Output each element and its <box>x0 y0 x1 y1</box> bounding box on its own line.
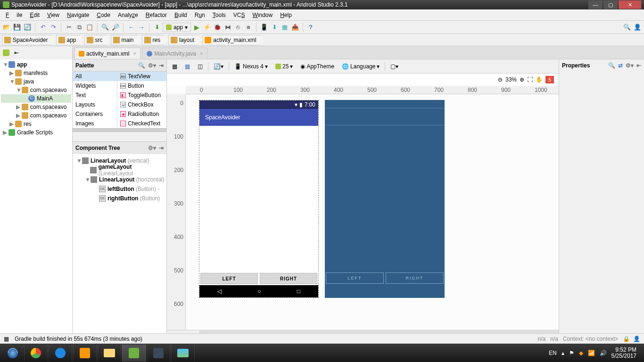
find-icon[interactable]: 🔍 <box>100 23 110 32</box>
menu-code[interactable]: Code <box>93 11 114 19</box>
tree-item[interactable]: ▼app <box>1 60 71 69</box>
replace-icon[interactable]: 🔎 <box>111 23 120 32</box>
search-icon[interactable]: 🔍 <box>608 62 615 69</box>
zoom-fit-icon[interactable]: ⛶ <box>527 76 533 83</box>
editor-tab-mainactivity[interactable]: MainActivity.java × <box>142 48 207 59</box>
menu-build[interactable]: Build <box>171 11 191 19</box>
tree-item[interactable]: ▶com.spaceavo <box>1 103 71 111</box>
run-config-combo[interactable]: app ▾ <box>163 23 191 32</box>
tree-item[interactable]: ▶Gradle Scripts <box>1 128 71 137</box>
sdk-manager-icon[interactable]: ⬇ <box>270 23 279 32</box>
undo-icon[interactable]: ↶ <box>38 23 48 32</box>
taskbar-photos[interactable] <box>171 345 195 362</box>
zoom-in-icon[interactable]: ⊕ <box>520 76 524 83</box>
help-icon[interactable]: ? <box>306 23 315 32</box>
pan-icon[interactable]: ✋ <box>536 76 543 83</box>
breadcrumb-item[interactable]: main <box>111 35 138 45</box>
device-preview[interactable]: ▾ ▮ 7:00 SpaceAvoider LEFT RIGHT <box>199 100 319 298</box>
right-button[interactable]: RIGHT <box>260 273 317 284</box>
palette-item[interactable]: ◉RadioButton <box>117 109 166 119</box>
taskbar-clock[interactable]: 9:52 PM 5/25/2017 <box>611 347 636 359</box>
breadcrumb-item[interactable]: app <box>56 35 81 45</box>
profile-icon[interactable]: ⧓ <box>223 23 232 32</box>
device-file-explorer-icon[interactable]: 📤 <box>290 23 300 32</box>
blueprint-preview[interactable]: LEFT RIGHT <box>325 100 445 298</box>
menu-tools[interactable]: Tools <box>209 11 230 19</box>
copy-icon[interactable]: ⧉ <box>74 23 84 32</box>
forward-icon[interactable]: → <box>137 23 146 32</box>
palette-item[interactable]: OKButton <box>117 81 166 90</box>
avast-icon[interactable]: ◆ <box>579 350 583 356</box>
taskbar-explorer[interactable] <box>98 345 121 362</box>
theme-combo[interactable]: ◉AppTheme <box>298 61 337 72</box>
maximize-button[interactable]: ▢ <box>603 0 618 9</box>
tree-item[interactable]: ▶manifests <box>1 69 71 77</box>
project-tree[interactable]: ▼app▶manifests▼java▼com.spaceavoCMainA▶c… <box>0 59 72 341</box>
menu-navigate[interactable]: Navigate <box>63 11 93 19</box>
palette-item[interactable]: AbTextView <box>117 72 166 81</box>
close-tab-icon[interactable]: × <box>200 50 203 57</box>
gear-icon[interactable]: ⚙▾ <box>148 62 156 69</box>
taskbar-chrome[interactable] <box>24 345 48 362</box>
dock-icon[interactable]: ⇤ <box>636 62 641 69</box>
sync-icon[interactable]: 🔄 <box>23 23 32 32</box>
menu-run[interactable]: Run <box>191 11 209 19</box>
palette-category[interactable]: Containers <box>73 109 117 119</box>
language-indicator[interactable]: EN <box>549 350 557 356</box>
zoom-out-icon[interactable]: ⊖ <box>498 76 503 83</box>
back-icon[interactable]: ← <box>126 23 136 32</box>
taskbar-android-studio[interactable] <box>122 345 146 362</box>
close-button[interactable]: ✕ <box>619 0 641 9</box>
minimize-button[interactable]: — <box>588 0 603 9</box>
palette-category[interactable]: Images <box>73 119 117 128</box>
paste-icon[interactable]: 📋 <box>85 23 94 32</box>
close-tab-icon[interactable]: × <box>133 50 136 57</box>
dock-icon[interactable]: ⇥ <box>159 145 164 151</box>
menu-file[interactable]: File <box>2 11 26 19</box>
menu-edit[interactable]: Edit <box>26 11 43 19</box>
palette-category[interactable]: Layouts <box>73 100 117 109</box>
tree-item[interactable]: ▼java <box>1 77 71 86</box>
palette-category[interactable]: Widgets <box>73 81 117 90</box>
tree-item[interactable]: ▼com.spaceavo <box>1 86 71 94</box>
taskbar-ie[interactable] <box>49 345 72 362</box>
flag-icon[interactable]: ⚑ <box>569 350 574 356</box>
breadcrumb-item[interactable]: res <box>142 35 165 45</box>
search-icon[interactable]: 🔍 <box>138 62 145 69</box>
component-tree-item[interactable]: OKrightButton (Button) <box>74 194 165 203</box>
component-tree-item[interactable]: gameLayout (LinearLayout <box>74 165 165 175</box>
start-button[interactable] <box>2 345 24 362</box>
attach-debugger-icon[interactable]: ⎋ <box>233 23 243 32</box>
palette-category[interactable]: All <box>73 72 117 81</box>
run-button[interactable]: ▶ <box>192 23 201 32</box>
palette-category[interactable]: Text <box>73 90 117 100</box>
component-tree[interactable]: ▼LinearLayout (vertical)gameLayout (Line… <box>73 154 166 205</box>
layout-inspector-icon[interactable]: ▦ <box>280 23 289 32</box>
api-combo[interactable]: 25▾ <box>273 61 295 72</box>
tree-item[interactable]: ▶com.spaceavo <box>1 111 71 120</box>
device-combo[interactable]: 📱Nexus 4▾ <box>232 61 270 72</box>
palette-item[interactable]: ◧ToggleButton <box>117 90 166 100</box>
breadcrumb-item[interactable]: layout <box>168 35 198 45</box>
make-icon[interactable]: ⬇ <box>152 23 162 32</box>
taskbar-notepadpp[interactable] <box>147 345 170 362</box>
designer-canvas[interactable]: 01002003004005006007008009001000 0100200… <box>167 86 559 330</box>
editor-tab-activity-main[interactable]: activity_main.xml × <box>74 48 140 59</box>
cut-icon[interactable]: ✂ <box>64 23 74 32</box>
view-mode-design-icon[interactable]: ▦ <box>170 61 180 72</box>
menu-window[interactable]: Window <box>248 11 276 19</box>
collapse-icon[interactable]: ⇤ <box>14 49 19 56</box>
component-tree-item[interactable]: OKleftButton (Button) - <box>74 184 165 194</box>
tray-chevron-icon[interactable]: ▴ <box>561 350 564 356</box>
menu-help[interactable]: Help <box>276 11 296 19</box>
search-everywhere-icon[interactable]: 🔍 <box>622 23 632 32</box>
taskbar-mediaplayer[interactable] <box>73 345 97 362</box>
palette-item[interactable]: ✓CheckedText <box>117 119 166 128</box>
gear-icon[interactable]: ⚙▾ <box>626 62 634 69</box>
apply-changes-icon[interactable]: ⚡ <box>202 23 212 32</box>
menu-analyze[interactable]: Analyze <box>114 11 142 19</box>
menu-refactor[interactable]: Refactor <box>142 11 171 19</box>
avd-manager-icon[interactable]: 📱 <box>259 23 269 32</box>
user-icon[interactable]: 👤 <box>633 23 642 32</box>
language-combo[interactable]: 🌐Language▾ <box>339 61 382 72</box>
